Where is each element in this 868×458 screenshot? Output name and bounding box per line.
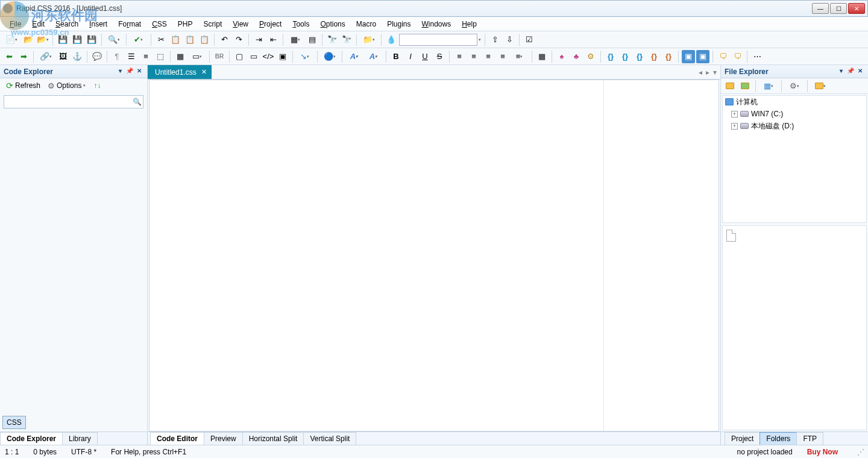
- save-button[interactable]: 💾: [56, 33, 69, 46]
- redo-button[interactable]: ↷: [232, 33, 245, 46]
- tab-ftp[interactable]: FTP: [796, 432, 823, 445]
- spellcheck-button[interactable]: ✔▾: [130, 33, 148, 46]
- menu-insert[interactable]: Insert: [84, 18, 112, 30]
- tab-next-icon[interactable]: ▸: [706, 68, 709, 77]
- selector-combo[interactable]: [399, 34, 477, 46]
- menu-css[interactable]: CSS: [147, 18, 172, 30]
- binoculars-button[interactable]: 🔭: [326, 33, 339, 46]
- menu-view[interactable]: View: [228, 18, 253, 30]
- menu-help[interactable]: Help: [457, 18, 482, 30]
- style-button[interactable]: ▣: [276, 50, 289, 63]
- refresh-button[interactable]: ⟳Refresh: [4, 80, 43, 92]
- align-right-button[interactable]: ≡: [482, 50, 495, 63]
- maximize-button[interactable]: ☐: [830, 3, 847, 14]
- search-input[interactable]: [4, 96, 131, 108]
- list-ol-button[interactable]: ≡: [139, 50, 153, 63]
- resize-grip[interactable]: ⋰: [857, 448, 863, 456]
- paste-button[interactable]: 📋: [183, 33, 197, 46]
- menu-format[interactable]: Format: [113, 18, 146, 30]
- copy-button[interactable]: 📋: [169, 33, 182, 46]
- minimize-button[interactable]: —: [812, 3, 829, 14]
- menu-file[interactable]: File: [5, 18, 26, 30]
- eyedropper-button[interactable]: 💧: [385, 33, 398, 46]
- menu-script[interactable]: Script: [199, 18, 227, 30]
- menu-edit[interactable]: Edit: [27, 18, 49, 30]
- ftp-down-button[interactable]: ⇩: [503, 33, 516, 46]
- indent-button[interactable]: ⇥: [252, 33, 265, 46]
- tab-vertical-split[interactable]: Vertical Split: [303, 432, 356, 445]
- code-explorer-search[interactable]: 🔍: [4, 95, 143, 108]
- tab-library[interactable]: Library: [62, 432, 98, 445]
- extra-button[interactable]: ⋯: [750, 50, 764, 63]
- br-button[interactable]: BR: [213, 50, 226, 63]
- tab-close-icon[interactable]: ✕: [201, 68, 207, 76]
- list-ul-button[interactable]: ☰: [125, 50, 138, 63]
- tree-drive[interactable]: + WIN7 (C:): [723, 108, 866, 120]
- paste-special-button[interactable]: 📋: [198, 33, 211, 46]
- tab-prev-icon[interactable]: ◂: [699, 68, 702, 77]
- sort-button[interactable]: ↑↓: [91, 80, 103, 91]
- menu-windows[interactable]: Windows: [417, 18, 456, 30]
- tree-drive[interactable]: + 本地磁盘 (D:): [723, 120, 866, 132]
- find-button[interactable]: 🔍▾: [105, 33, 123, 46]
- ftp-up-button[interactable]: ⇧: [488, 33, 502, 46]
- form-button[interactable]: ▢: [233, 50, 246, 63]
- indent-left-button[interactable]: ⬚: [154, 50, 167, 63]
- code-editor[interactable]: [149, 80, 604, 431]
- tab-horizontal-split[interactable]: Horizontal Split: [242, 432, 304, 445]
- open-button[interactable]: 📂: [22, 33, 35, 46]
- menu-macro[interactable]: Macro: [351, 18, 381, 30]
- input-button[interactable]: ▭: [247, 50, 260, 63]
- color-button[interactable]: 🔵▾: [321, 50, 339, 63]
- braces4-button[interactable]: {}: [647, 50, 661, 63]
- toggle-panel-button[interactable]: ▤: [306, 33, 319, 46]
- pin-icon[interactable]: 📌: [846, 67, 855, 76]
- underline-button[interactable]: U: [418, 50, 432, 63]
- forward-button[interactable]: ➡: [17, 50, 30, 63]
- table-button[interactable]: ▦: [174, 50, 187, 63]
- menu-project[interactable]: Project: [254, 18, 286, 30]
- menu-search[interactable]: Search: [51, 18, 83, 30]
- italic-button[interactable]: I: [404, 50, 417, 63]
- script-button[interactable]: </>: [262, 50, 275, 63]
- tab-code-explorer[interactable]: Code Explorer: [0, 432, 63, 445]
- replace-button[interactable]: 🔭: [340, 33, 353, 46]
- expand-icon[interactable]: +: [731, 111, 738, 118]
- filter-button[interactable]: ▾: [811, 80, 829, 93]
- bold-button[interactable]: B: [389, 50, 403, 63]
- undo-button[interactable]: ↶: [218, 33, 231, 46]
- font-a2-button[interactable]: A▾: [365, 50, 383, 63]
- new-folder-button[interactable]: [738, 80, 752, 93]
- strike-button[interactable]: S: [433, 50, 446, 63]
- file-icon[interactable]: [726, 230, 736, 242]
- braces2-button[interactable]: {}: [618, 50, 632, 63]
- link-button[interactable]: 🔗▾: [37, 50, 55, 63]
- view-button[interactable]: ▦▾: [760, 80, 778, 93]
- image-button[interactable]: 🖼: [56, 50, 69, 63]
- menu-options[interactable]: Options: [315, 18, 350, 30]
- options-button[interactable]: ⚙Options▾: [45, 80, 89, 92]
- div-button[interactable]: ▭▾: [188, 50, 206, 63]
- align-center-button[interactable]: ≡: [467, 50, 480, 63]
- new-button[interactable]: 📄▾: [2, 33, 20, 46]
- menu-tools[interactable]: Tools: [288, 18, 314, 30]
- menu-php[interactable]: PHP: [173, 18, 198, 30]
- pin-icon[interactable]: 📌: [125, 67, 134, 76]
- cut-button[interactable]: ✂: [154, 33, 168, 46]
- align-more-button[interactable]: ≡▾: [511, 50, 529, 63]
- back-button[interactable]: ⬅: [2, 50, 16, 63]
- css-tool3-button[interactable]: ⚙: [584, 50, 597, 63]
- view-mode-button[interactable]: ▦▾: [286, 33, 304, 46]
- tab-project[interactable]: Project: [725, 432, 760, 445]
- validate-button[interactable]: ☑: [523, 33, 536, 46]
- panel-menu-icon[interactable]: ▾: [116, 67, 124, 76]
- menu-plugins[interactable]: Plugins: [382, 18, 415, 30]
- tab-list-icon[interactable]: ▾: [713, 68, 717, 77]
- braces3-button[interactable]: {}: [633, 50, 646, 63]
- panel-close-icon[interactable]: ✕: [135, 67, 143, 76]
- note2-button[interactable]: 🗨: [731, 50, 744, 63]
- align-left-button[interactable]: ≡: [453, 50, 466, 63]
- tag-button[interactable]: ↘▾: [296, 50, 314, 63]
- braces1-button[interactable]: {}: [604, 50, 617, 63]
- align-justify-button[interactable]: ≡: [496, 50, 509, 63]
